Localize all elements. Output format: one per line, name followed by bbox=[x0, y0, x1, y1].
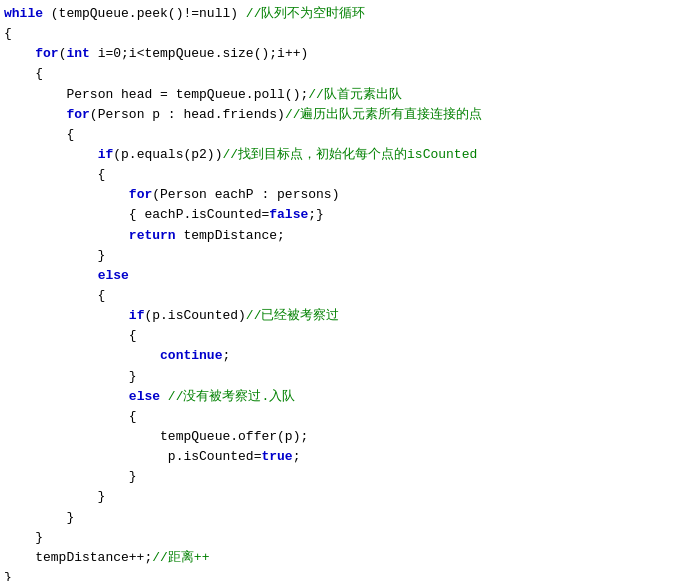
code-line-16: if(p.isCounted)//已经被考察过 bbox=[0, 306, 674, 326]
code-line-2: { bbox=[0, 24, 674, 44]
plain-20 bbox=[160, 387, 168, 407]
comment-1: //队列不为空时循环 bbox=[246, 4, 366, 24]
code-line-26: } bbox=[0, 508, 674, 528]
plain-16: (p.isCounted) bbox=[144, 306, 245, 326]
code-line-22: tempQueue.offer(p); bbox=[0, 427, 674, 447]
plain-3b: i=0;i<tempQueue.size();i++) bbox=[90, 44, 308, 64]
keyword-true: true bbox=[261, 447, 292, 467]
indent-12 bbox=[4, 226, 129, 246]
code-line-12: return tempDistance; bbox=[0, 226, 674, 246]
code-line-18: continue; bbox=[0, 346, 674, 366]
keyword-else-2: else bbox=[129, 387, 160, 407]
indent-27: } bbox=[4, 528, 43, 548]
indent-20 bbox=[4, 387, 129, 407]
plain-11: ;} bbox=[308, 205, 324, 225]
indent-15: { bbox=[4, 286, 105, 306]
indent-22: tempQueue.offer(p); bbox=[4, 427, 308, 447]
keyword-if-1: if bbox=[98, 145, 114, 165]
code-line-1: while (tempQueue.peek()!=null) //队列不为空时循… bbox=[0, 4, 674, 24]
code-line-11: { eachP.isCounted=false;} bbox=[0, 205, 674, 225]
code-line-27: } bbox=[0, 528, 674, 548]
indent-14 bbox=[4, 266, 98, 286]
indent-11: { eachP.isCounted= bbox=[4, 205, 269, 225]
plain-23: ; bbox=[293, 447, 301, 467]
keyword-int: int bbox=[66, 44, 89, 64]
code-line-29: } bbox=[0, 568, 674, 581]
indent-4: { bbox=[4, 64, 43, 84]
code-container: while (tempQueue.peek()!=null) //队列不为空时循… bbox=[0, 0, 674, 581]
keyword-if-2: if bbox=[129, 306, 145, 326]
keyword-for-1: for bbox=[35, 44, 58, 64]
indent-26: } bbox=[4, 508, 74, 528]
plain-29: } bbox=[4, 568, 12, 581]
plain-10: (Person eachP : persons) bbox=[152, 185, 339, 205]
indent-13: } bbox=[4, 246, 105, 266]
code-line-19: } bbox=[0, 367, 674, 387]
keyword-else-1: else bbox=[98, 266, 129, 286]
keyword-for-2: for bbox=[66, 105, 89, 125]
plain-1: (tempQueue.peek()!=null) bbox=[43, 4, 246, 24]
code-line-15: { bbox=[0, 286, 674, 306]
plain-12: tempDistance; bbox=[176, 226, 285, 246]
code-line-14: else bbox=[0, 266, 674, 286]
comment-8: //找到目标点，初始化每个点的isCounted bbox=[222, 145, 477, 165]
code-line-17: { bbox=[0, 326, 674, 346]
indent-28: tempDistance++; bbox=[4, 548, 152, 568]
comment-6: //遍历出队元素所有直接连接的点 bbox=[285, 105, 483, 125]
comment-5: //队首元素出队 bbox=[308, 85, 402, 105]
indent-6 bbox=[4, 105, 66, 125]
keyword-continue: continue bbox=[160, 346, 222, 366]
code-line-8: if(p.equals(p2))//找到目标点，初始化每个点的isCounted bbox=[0, 145, 674, 165]
code-line-4: { bbox=[0, 64, 674, 84]
indent-16 bbox=[4, 306, 129, 326]
indent-21: { bbox=[4, 407, 137, 427]
plain-3: ( bbox=[59, 44, 67, 64]
code-line-9: { bbox=[0, 165, 674, 185]
code-line-13: } bbox=[0, 246, 674, 266]
code-line-6: for(Person p : head.friends)//遍历出队元素所有直接… bbox=[0, 105, 674, 125]
keyword-while: while bbox=[4, 4, 43, 24]
indent-3 bbox=[4, 44, 35, 64]
indent-24: } bbox=[4, 467, 137, 487]
indent-9: { bbox=[4, 165, 105, 185]
code-line-24: } bbox=[0, 467, 674, 487]
plain-8: (p.equals(p2)) bbox=[113, 145, 222, 165]
code-line-23: p.isCounted=true; bbox=[0, 447, 674, 467]
plain-6: (Person p : head.friends) bbox=[90, 105, 285, 125]
indent-23: p.isCounted= bbox=[4, 447, 261, 467]
keyword-return: return bbox=[129, 226, 176, 246]
plain-2: { bbox=[4, 24, 12, 44]
keyword-false: false bbox=[269, 205, 308, 225]
code-line-5: Person head = tempQueue.poll();//队首元素出队 bbox=[0, 85, 674, 105]
keyword-for-3: for bbox=[129, 185, 152, 205]
indent-19: } bbox=[4, 367, 137, 387]
code-line-20: else //没有被考察过.入队 bbox=[0, 387, 674, 407]
indent-10 bbox=[4, 185, 129, 205]
comment-16: //已经被考察过 bbox=[246, 306, 340, 326]
code-line-10: for(Person eachP : persons) bbox=[0, 185, 674, 205]
plain-5: Person head = tempQueue.poll(); bbox=[66, 85, 308, 105]
comment-28: //距离++ bbox=[152, 548, 209, 568]
plain-18: ; bbox=[222, 346, 230, 366]
code-line-25: } bbox=[0, 487, 674, 507]
indent-7: { bbox=[4, 125, 74, 145]
code-line-28: tempDistance++;//距离++ bbox=[0, 548, 674, 568]
comment-20: //没有被考察过.入队 bbox=[168, 387, 295, 407]
indent-5 bbox=[4, 85, 66, 105]
indent-25: } bbox=[4, 487, 105, 507]
indent-17: { bbox=[4, 326, 137, 346]
indent-18 bbox=[4, 346, 160, 366]
code-line-21: { bbox=[0, 407, 674, 427]
code-line-3: for(int i=0;i<tempQueue.size();i++) bbox=[0, 44, 674, 64]
indent-8 bbox=[4, 145, 98, 165]
code-line-7: { bbox=[0, 125, 674, 145]
